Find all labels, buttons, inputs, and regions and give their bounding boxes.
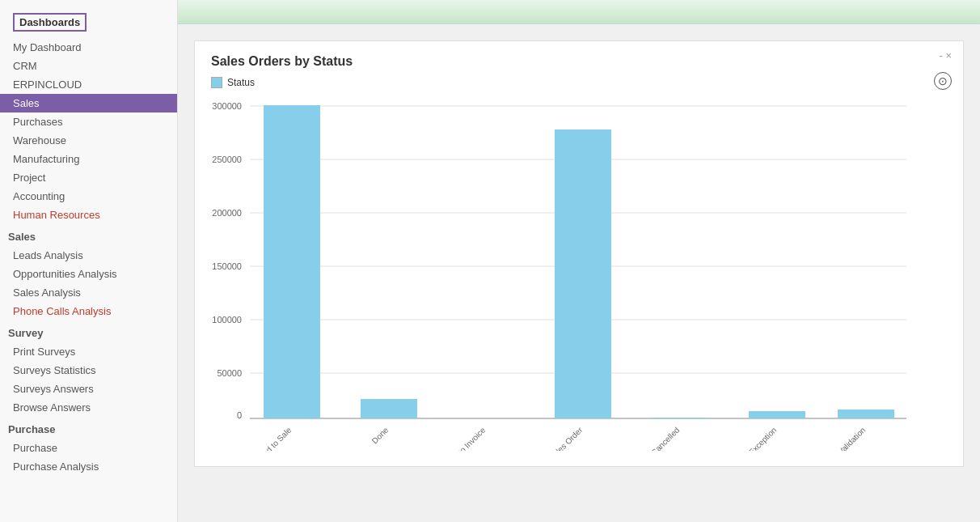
sidebar-item-print-surveys[interactable]: Print Surveys (0, 342, 177, 361)
legend-label: Status (227, 77, 255, 88)
sidebar-purchase-items: Purchase Purchase Analysis (0, 439, 177, 476)
sidebar-item-human-resources[interactable]: Human Resources (0, 206, 177, 224)
svg-text:250000: 250000 (212, 155, 242, 164)
sidebar-item-phone-calls-analysis[interactable]: Phone Calls Analysis (0, 302, 177, 320)
sidebar-sales-items: Leads Analysis Opportunities Analysis Sa… (0, 246, 177, 320)
chart-title: Sales Orders by Status (211, 54, 947, 69)
sidebar-item-sales[interactable]: Sales (0, 94, 177, 112)
sidebar-item-crm[interactable]: CRM (0, 57, 177, 75)
sidebar-survey-group-label: Survey (0, 320, 177, 342)
svg-text:50000: 50000 (217, 368, 242, 378)
bar-sales-order[interactable] (555, 129, 611, 418)
sidebar-item-purchase[interactable]: Purchase (0, 439, 177, 457)
chart-svg-wrapper: 300000 250000 200000 150000 100000 50000… (211, 95, 947, 453)
sidebar-item-manufacturing[interactable]: Manufacturing (0, 150, 177, 168)
x-label-sales-order: Sales Order (547, 425, 585, 451)
svg-text:100000: 100000 (212, 315, 242, 325)
chart-close-button[interactable]: - × (939, 49, 952, 62)
sidebar-item-opportunities-analysis[interactable]: Opportunities Analysis (0, 265, 177, 283)
top-bar (178, 0, 980, 24)
bar-cancelled[interactable] (652, 418, 708, 418)
sidebar-top-items: My Dashboard CRM ERPINCLOUD Sales (0, 38, 177, 112)
x-label-cancelled: Cancelled (649, 426, 681, 451)
bar-shipping-exception[interactable] (749, 411, 805, 418)
x-label-sale-to-invoice: Sale to Invoice (443, 425, 487, 451)
sidebar-item-browse-answers[interactable]: Browse Answers (0, 398, 177, 417)
sidebar-item-purchase-analysis[interactable]: Purchase Analysis (0, 457, 177, 476)
sidebar-purchase-group-label: Purchase (0, 417, 177, 439)
content-area: Sales Orders by Status - × Status ⊙ 3000… (178, 24, 980, 522)
legend-color-box (211, 77, 222, 88)
sidebar-sales-group-label: Sales (0, 224, 177, 246)
sidebar-item-purchases[interactable]: Purchases (0, 112, 177, 131)
sidebar-item-leads-analysis[interactable]: Leads Analysis (0, 246, 177, 265)
svg-text:150000: 150000 (212, 261, 242, 271)
sidebar-item-warehouse[interactable]: Warehouse (0, 131, 177, 150)
sidebar: Dashboards My Dashboard CRM ERPINCLOUD S… (0, 0, 178, 522)
svg-text:200000: 200000 (212, 208, 242, 218)
sidebar-item-project[interactable]: Project (0, 168, 177, 187)
chart-legend: Status (211, 77, 947, 88)
sidebar-item-sales-analysis[interactable]: Sales Analysis (0, 283, 177, 302)
bar-converted-to-sale[interactable] (264, 105, 320, 418)
chart-container: Sales Orders by Status - × Status ⊙ 3000… (194, 40, 964, 467)
main-content: Sales Orders by Status - × Status ⊙ 3000… (178, 0, 980, 522)
sidebar-item-surveys-statistics[interactable]: Surveys Statistics (0, 361, 177, 380)
x-label-shipping: Shipping Exception (723, 426, 778, 451)
x-label-done: Done (370, 425, 391, 445)
bar-done[interactable] (361, 399, 417, 418)
sidebar-item-surveys-answers[interactable]: Surveys Answers (0, 380, 177, 398)
sidebar-dashboards-header: Dashboards (13, 13, 87, 32)
sidebar-item-erpincloud[interactable]: ERPINCLOUD (0, 75, 177, 94)
x-label-waiting: Waiting for Validation (808, 426, 868, 451)
bar-waiting-for-validation[interactable] (838, 410, 894, 418)
svg-text:0: 0 (237, 410, 242, 420)
x-label-converted: Converted to Sale (241, 425, 294, 451)
sidebar-survey-items: Print Surveys Surveys Statistics Surveys… (0, 342, 177, 417)
svg-text:300000: 300000 (212, 101, 242, 111)
chart-svg: 300000 250000 200000 150000 100000 50000… (211, 95, 915, 451)
sidebar-item-accounting[interactable]: Accounting (0, 187, 177, 206)
sidebar-sub-items: Purchases Warehouse Manufacturing Projec… (0, 112, 177, 224)
download-icon[interactable]: ⊙ (934, 72, 952, 90)
sidebar-item-my-dashboard[interactable]: My Dashboard (0, 38, 177, 57)
